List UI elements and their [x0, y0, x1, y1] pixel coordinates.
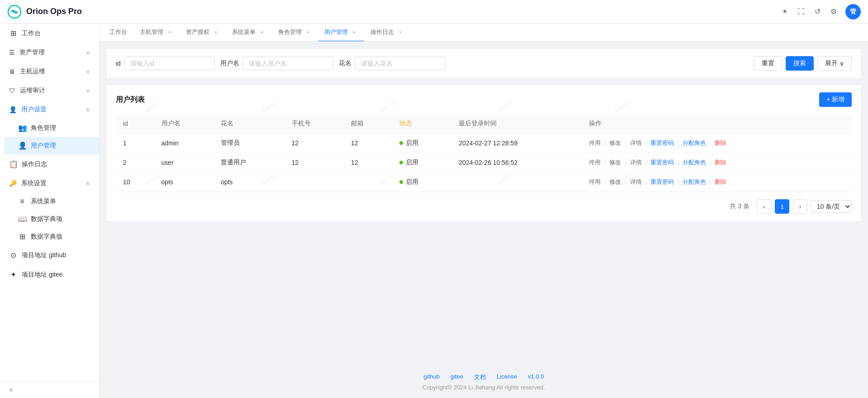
id-label: id: [116, 60, 121, 67]
disable-btn-1[interactable]: 停用: [589, 139, 601, 147]
sidebar-label-gitee: 项目地址 gitee: [22, 271, 62, 279]
sidebar-item-workbench[interactable]: ⊞ 工作台: [0, 24, 99, 43]
cell-status-1: 启用: [392, 134, 452, 153]
sidebar-item-ops-log[interactable]: 📋 操作日志: [0, 154, 99, 174]
cell-last-login-2: 2024-02-26 10:56:52: [451, 153, 582, 173]
sidebar-item-gitee[interactable]: ✦ 项目地址 gitee: [0, 265, 99, 284]
sys-settings-icon: 🔑: [9, 180, 17, 187]
disable-btn-2[interactable]: 停用: [589, 158, 601, 167]
edit-btn-1[interactable]: 修改: [609, 139, 621, 147]
col-email: 邮箱: [344, 114, 392, 134]
tab-close-role-mgmt[interactable]: ×: [304, 29, 312, 36]
id-input[interactable]: [124, 57, 215, 70]
settings-icon[interactable]: ⚙: [829, 7, 838, 16]
tab-close-ops-log[interactable]: ×: [397, 29, 404, 36]
table-row: 1 admin 管理员 12 12 启用 2024-02-: [116, 134, 852, 153]
sidebar-item-sys-menu[interactable]: ≡ 系统菜单: [5, 193, 99, 210]
next-page-button[interactable]: ›: [793, 199, 807, 214]
tab-asset-auth[interactable]: 资产授权 ×: [180, 24, 226, 42]
search-bar: id 用户名 花名 重置 搜索 展开 ∨: [107, 49, 861, 78]
delete-btn-1[interactable]: 删除: [715, 139, 726, 147]
detail-btn-3[interactable]: 详情: [630, 178, 642, 186]
table-row: 2 user 普通用户 12 12 启用 2024-02-: [116, 153, 852, 173]
footer-links: github gitee 文档 License v1.0.0: [107, 373, 861, 381]
expand-button[interactable]: 展开 ∨: [817, 56, 852, 71]
tab-ops-log[interactable]: 操作日志 ×: [364, 24, 410, 42]
sidebar-label-host-ops: 主机运维: [20, 67, 45, 76]
tab-sys-menu[interactable]: 系统菜单 ×: [226, 24, 272, 42]
tab-user-mgmt[interactable]: 用户管理 ×: [318, 24, 364, 42]
tab-label-sys-menu: 系统菜单: [232, 28, 256, 36]
page-size-select[interactable]: 10 条/页 20 条/页 50 条/页: [811, 200, 852, 213]
sidebar-item-github[interactable]: ⊙ 项目地址 github: [0, 245, 99, 265]
tab-close-host-mgmt[interactable]: ×: [166, 29, 173, 36]
search-button[interactable]: 搜索: [786, 56, 814, 71]
status-label-3: 启用: [406, 178, 418, 186]
edit-btn-3[interactable]: 修改: [609, 178, 621, 186]
username-input[interactable]: [243, 57, 333, 70]
reset-pwd-btn-2[interactable]: 重置密码: [650, 158, 674, 167]
sidebar-label-ops-log: 操作日志: [22, 160, 47, 168]
add-user-button[interactable]: + 新增: [819, 92, 852, 107]
detail-btn-2[interactable]: 详情: [630, 158, 642, 167]
delete-btn-2[interactable]: 删除: [715, 158, 726, 167]
tab-close-user-mgmt[interactable]: ×: [351, 29, 358, 36]
cell-email-1: 12: [344, 134, 392, 153]
col-last-login: 最后登录时间: [451, 114, 582, 134]
action-btns-3: 停用 | 修改 | 详情 | 重置密码 | 分配角色 |: [589, 178, 844, 186]
footer-link-version[interactable]: v1.0.0: [528, 373, 544, 381]
sidebar-label-user-mgmt: 用户管理: [31, 142, 56, 150]
detail-btn-1[interactable]: 详情: [630, 139, 642, 147]
tab-label-workbench: 工作台: [109, 28, 127, 36]
footer-link-github[interactable]: github: [424, 373, 440, 381]
reset-pwd-btn-3[interactable]: 重置密码: [650, 178, 674, 186]
edit-btn-2[interactable]: 修改: [609, 158, 621, 167]
footer-link-license[interactable]: License: [497, 373, 517, 381]
page-1-button[interactable]: 1: [775, 199, 789, 214]
search-field-username: 用户名: [220, 57, 333, 70]
action-btns-1: 停用 | 修改 | 详情 | 重置密码 | 分配角色 |: [589, 139, 844, 147]
sidebar-item-data-dict-item[interactable]: 📖 数据字典项: [5, 210, 99, 228]
footer-link-docs[interactable]: 文档: [474, 373, 486, 381]
footer-link-gitee[interactable]: gitee: [451, 373, 463, 381]
sidebar-item-role-mgmt[interactable]: 👥 角色管理: [5, 119, 99, 137]
assign-role-btn-3[interactable]: 分配角色: [683, 178, 706, 186]
avatar[interactable]: 管: [845, 4, 861, 19]
reset-button[interactable]: 重置: [754, 56, 782, 71]
cell-email-3: [344, 173, 392, 192]
cell-phone-1: 12: [285, 134, 344, 153]
chevron-down-icon: ∨: [86, 49, 90, 56]
disable-btn-3[interactable]: 停用: [589, 178, 601, 186]
sidebar-item-data-dict-val[interactable]: ⊞ 数据字典值: [5, 228, 99, 245]
sidebar-label-ops-audit: 运维审计: [20, 86, 45, 95]
sidebar-group-header-sys-settings[interactable]: 🔑 系统设置 ∧: [0, 174, 99, 193]
refresh-icon[interactable]: ↺: [813, 7, 822, 16]
nickname-input[interactable]: [355, 57, 446, 70]
sun-icon[interactable]: ☀: [780, 7, 789, 16]
tab-close-sys-menu[interactable]: ×: [258, 29, 266, 36]
sidebar-group-header-ops-audit[interactable]: 🛡 运维审计 ∨: [0, 81, 99, 100]
sidebar-collapse-button[interactable]: ≡: [0, 381, 99, 398]
fullscreen-icon[interactable]: ⛶: [797, 7, 806, 16]
sidebar-item-user-mgmt[interactable]: 👤 用户管理: [5, 137, 99, 154]
sidebar-label-workbench: 工作台: [22, 29, 41, 38]
chevron-up-icon2: ∧: [86, 180, 90, 187]
sidebar-label-github: 项目地址 github: [22, 251, 66, 259]
tab-close-asset-auth[interactable]: ×: [212, 29, 219, 36]
tabs-bar: 工作台 主机管理 × 资产授权 × 系统菜单 × 角色管理 × 用户管理 ×: [100, 24, 868, 42]
prev-page-button[interactable]: ‹: [757, 199, 771, 214]
sidebar-group-header-asset-mgmt[interactable]: ☰ 资产管理 ∨: [0, 43, 99, 62]
sidebar-group-header-user-settings[interactable]: 👤 用户设置 ∧: [0, 100, 99, 119]
reset-pwd-btn-1[interactable]: 重置密码: [650, 139, 674, 147]
tab-workbench[interactable]: 工作台: [103, 24, 133, 42]
delete-btn-3[interactable]: 删除: [715, 178, 726, 186]
tab-host-mgmt[interactable]: 主机管理 ×: [133, 24, 180, 42]
assign-role-btn-2[interactable]: 分配角色: [683, 158, 706, 167]
tab-role-mgmt[interactable]: 角色管理 ×: [272, 24, 318, 42]
header-left: Orion Ops Pro: [7, 5, 82, 19]
asset-mgmt-icon: ☰: [9, 49, 15, 56]
status-label-1: 启用: [406, 139, 418, 147]
sidebar-group-ops-audit: 🛡 运维审计 ∨: [0, 81, 99, 100]
sidebar-group-header-host-ops[interactable]: 🖥 主机运维 ∨: [0, 62, 99, 81]
assign-role-btn-1[interactable]: 分配角色: [683, 139, 706, 147]
